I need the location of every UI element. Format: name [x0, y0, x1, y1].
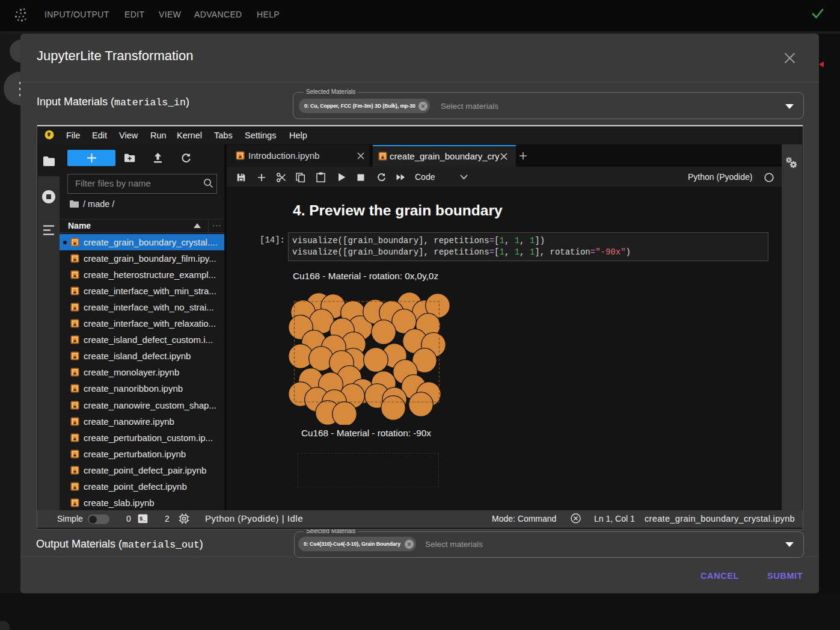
svg-text:$_: $_ — [139, 516, 146, 522]
